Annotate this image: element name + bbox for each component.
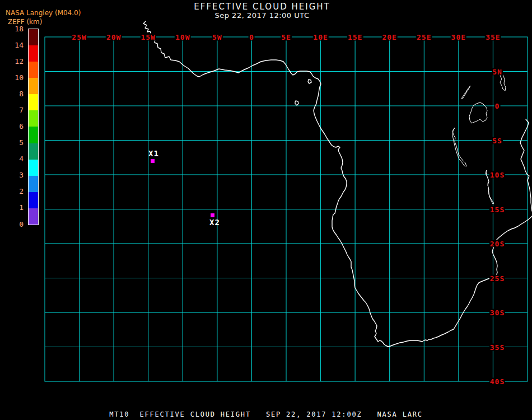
marker-x1-point (151, 159, 155, 163)
lake-tanganyika (452, 128, 466, 166)
colorbar-tick-3: 3 (4, 171, 24, 179)
colorbar-tick-1: 1 (4, 204, 24, 212)
marker-x2-label: X2 (209, 218, 220, 227)
lon-label-15W: 15W (140, 34, 156, 41)
colorbar-tick-14: 14 (4, 41, 24, 49)
colorbar-tick-18: 18 (4, 25, 24, 33)
lon-label-25W: 25W (71, 34, 87, 41)
colorbar-segment-1 (29, 45, 38, 62)
map-graphics (0, 0, 532, 420)
colorbar-segment-3 (29, 78, 38, 94)
colorbar-segment-0 (29, 29, 38, 45)
footer-caption: MT10 EFFECTIVE CLOUD HEIGHT SEP 22, 2017… (0, 410, 532, 418)
lon-label-15E: 15E (347, 34, 363, 41)
colorbar-tick-0: 0 (4, 220, 24, 228)
marker-x2-point (211, 213, 214, 217)
lon-label-5E: 5E (281, 34, 292, 41)
colorbar-tick-12: 12 (4, 57, 24, 66)
marker-x1-label: X1 (148, 149, 159, 158)
colorbar-segment-4 (29, 94, 38, 110)
colorbar-segment-6 (29, 127, 38, 143)
lat-label-15S: 15S (489, 206, 505, 213)
colorbar-segment-2 (29, 62, 38, 78)
lat-label-0: 0 (494, 102, 501, 110)
lake-albert (461, 86, 470, 99)
lat-label-40S: 40S (489, 378, 505, 385)
lon-label-25E: 25E (416, 34, 432, 41)
lat-label-30S: 30S (489, 309, 505, 316)
source-label: NASA Langley (M04.0) (6, 9, 81, 17)
colorbar-tick-8: 8 (4, 90, 24, 98)
lon-label-35E: 35E (485, 34, 501, 41)
colorbar-segment-9 (29, 176, 38, 192)
lat-label-20S: 20S (489, 240, 505, 248)
lat-label-25S: 25S (489, 274, 505, 282)
colorbar-tick-7: 7 (4, 106, 24, 114)
plot-canvas: EFFECTIVE CLOUD HEIGHT Sep 22, 2017 12:0… (0, 0, 532, 420)
colorbar-segment-5 (29, 110, 38, 127)
lat-label-5N: 5N (492, 68, 503, 75)
bioko-island (308, 80, 311, 83)
lat-label-5S: 5S (492, 137, 503, 144)
colorbar (28, 29, 39, 225)
lon-label-10W: 10W (175, 34, 190, 41)
colorbar-segment-10 (29, 192, 38, 208)
sao-tome-island (295, 101, 298, 105)
colorbar-tick-4: 4 (4, 155, 24, 163)
lon-label-20W: 20W (106, 34, 122, 41)
lon-label-30E: 30E (451, 34, 466, 41)
east-africa-coast (520, 119, 532, 211)
colorbar-tick-5: 5 (4, 138, 24, 147)
lon-label-5W: 5W (212, 34, 223, 41)
west-africa-coast (143, 21, 532, 347)
africa-coastline (143, 21, 532, 347)
colorbar-tick-2: 2 (4, 188, 24, 196)
lon-label-10E: 10E (312, 34, 328, 41)
latlon-grid (45, 37, 528, 381)
lat-label-35S: 35S (489, 343, 505, 351)
colorbar-segment-7 (29, 143, 38, 160)
lat-label-10S: 10S (489, 171, 505, 179)
colorbar-segment-11 (29, 208, 38, 225)
colorbar-tick-10: 10 (4, 73, 24, 82)
lon-label-0: 0 (249, 34, 255, 41)
colorbar-segment-8 (29, 160, 38, 176)
lon-label-20E: 20E (381, 34, 397, 41)
colorbar-tick-6: 6 (4, 122, 24, 130)
